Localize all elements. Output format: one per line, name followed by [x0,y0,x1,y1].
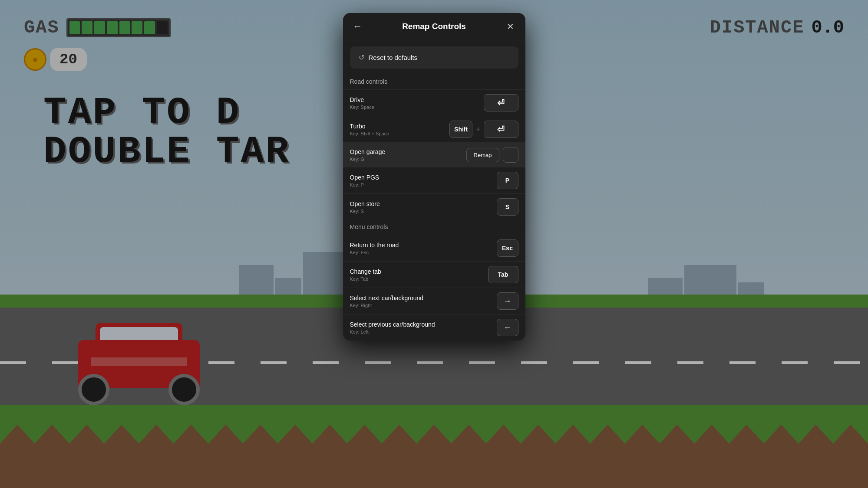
return-road-keys: Esc [497,239,518,257]
reset-icon: ↺ [359,53,364,62]
right-arrow-icon: → [504,297,512,306]
change-tab-keys: Tab [488,266,518,283]
drive-info: Drive Key: Space [350,96,374,110]
open-store-info: Open store Key: S [350,200,380,214]
open-garage-key: Key: G [350,157,386,162]
drive-keys: ⏎ [484,94,518,111]
turbo-space-badge[interactable]: ⏎ [484,121,518,138]
turbo-key: Key: Shift + Space [350,131,389,136]
turbo-space-symbol: ⏎ [497,125,505,134]
menu-controls-section-label: Menu controls [343,220,525,235]
open-store-name: Open store [350,200,380,207]
select-next-name: Select next car/background [350,295,424,301]
change-tab-name: Change tab [350,268,381,275]
right-arrow-badge[interactable]: → [497,292,518,310]
store-key-badge[interactable]: S [497,198,518,216]
select-prev-key: Key: Left [350,329,435,334]
turbo-keys: Shift + ⏎ [449,121,518,138]
pgs-key-badge[interactable]: P [497,172,518,189]
select-next-keys: → [497,292,518,310]
open-pgs-key: Key: P [350,182,380,187]
close-button[interactable]: ✕ [503,19,518,34]
return-road-info: Return to the road Key: Esc [350,242,399,255]
open-garage-control-row: Open garage Key: G Remap [343,142,525,167]
select-prev-keys: ← [497,319,518,336]
esc-key-badge[interactable]: Esc [497,239,518,257]
garage-toggle[interactable] [503,147,518,163]
reset-defaults-button[interactable]: ↺ Reset to defaults [350,46,518,69]
select-next-key: Key: Right [350,303,424,308]
plus-sign: + [476,125,480,133]
left-arrow-icon: ← [504,323,512,332]
open-pgs-name: Open PGS [350,174,380,181]
remap-button[interactable]: Remap [466,148,499,162]
select-prev-name: Select previous car/background [350,321,435,328]
change-tab-info: Change tab Key: Tab [350,268,381,282]
modal-header: ← Remap Controls ✕ [343,13,525,40]
select-prev-control-row: Select previous car/background Key: Left… [343,314,525,341]
drive-space-symbol: ⏎ [497,98,505,107]
modal-title: Remap Controls [402,22,466,31]
turbo-control-row: Turbo Key: Shift + Space Shift + ⏎ [343,116,525,142]
drive-name: Drive [350,96,374,103]
change-tab-control-row: Change tab Key: Tab Tab [343,261,525,288]
left-arrow-badge[interactable]: ← [497,319,518,336]
select-next-control-row: Select next car/background Key: Right → [343,288,525,314]
turbo-shift-badge[interactable]: Shift [449,121,472,138]
open-store-key: Key: S [350,209,380,214]
open-pgs-keys: P [497,172,518,189]
remap-controls-modal: ← Remap Controls ✕ ↺ Reset to defaults R… [343,13,525,341]
open-garage-keys: Remap [466,147,518,163]
return-road-key: Key: Esc [350,250,399,255]
change-tab-key: Key: Tab [350,276,381,282]
reset-label: Reset to defaults [369,54,418,61]
turbo-name: Turbo [350,123,389,130]
open-store-keys: S [497,198,518,216]
open-garage-info: Open garage Key: G [350,148,386,162]
return-road-control-row: Return to the road Key: Esc Esc [343,235,525,261]
turbo-info: Turbo Key: Shift + Space [350,123,389,136]
open-garage-name: Open garage [350,148,386,155]
drive-key: Key: Space [350,105,374,110]
open-pgs-info: Open PGS Key: P [350,174,380,187]
open-store-control-row: Open store Key: S S [343,193,525,220]
open-pgs-control-row: Open PGS Key: P P [343,167,525,193]
road-controls-section-label: Road controls [343,75,525,89]
back-button[interactable]: ← [350,19,366,34]
drive-control-row: Drive Key: Space ⏎ [343,89,525,116]
select-next-info: Select next car/background Key: Right [350,295,424,308]
return-road-name: Return to the road [350,242,399,249]
select-prev-info: Select previous car/background Key: Left [350,321,435,334]
drive-key-badge[interactable]: ⏎ [484,94,518,111]
tab-key-badge[interactable]: Tab [488,266,518,283]
